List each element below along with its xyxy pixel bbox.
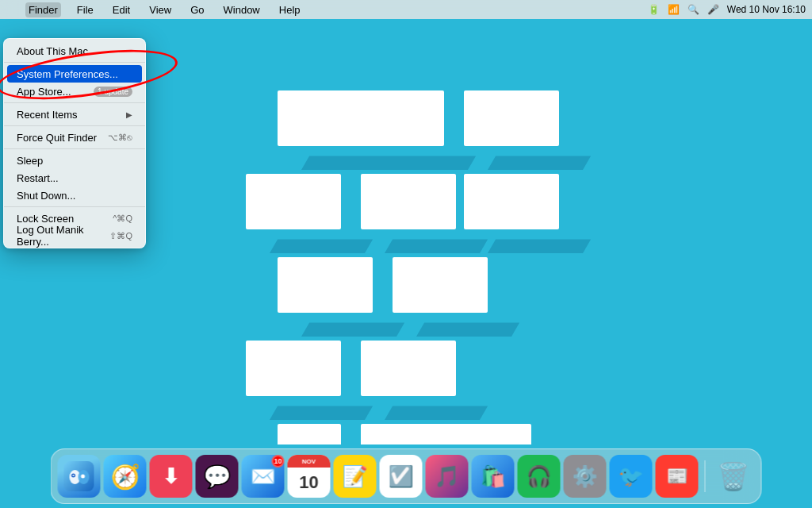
recent-items[interactable]: Recent Items ▶ <box>4 106 145 123</box>
siri-icon[interactable]: 🎤 <box>707 4 719 15</box>
about-this-mac[interactable]: About This Mac <box>4 42 145 60</box>
svg-point-4 <box>73 475 75 476</box>
log-out-shortcut: ⇧⌘Q <box>109 231 132 241</box>
dock-appstore[interactable]: 🛍️ <box>472 455 515 498</box>
lock-screen-shortcut: ^⌘Q <box>113 214 132 224</box>
menu-separator-5 <box>4 206 145 207</box>
mail-badge: 10 <box>272 455 285 468</box>
force-quit-finder[interactable]: Force Quit Finder ⌥⌘⎋ <box>4 129 145 146</box>
dock-safari[interactable]: 🧭 <box>104 455 147 498</box>
dock-finder[interactable] <box>58 455 101 498</box>
menu-separator-1 <box>4 62 145 63</box>
dock-calendar[interactable]: NOV 10 <box>288 455 331 498</box>
shut-down[interactable]: Shut Down... <box>4 187 145 204</box>
menubar-left: Finder File Edit View Go Window Help <box>6 2 304 17</box>
dock-mail[interactable]: ✉️ 10 <box>242 455 285 498</box>
dock-twitter[interactable]: 🐦 <box>610 455 653 498</box>
menubar: Finder File Edit View Go Window Help 🔋 📶… <box>0 0 812 19</box>
menubar-edit[interactable]: Edit <box>109 2 133 17</box>
menubar-help[interactable]: Help <box>276 2 304 17</box>
wifi-icon[interactable]: 📶 <box>668 4 680 15</box>
menubar-finder[interactable]: Finder <box>25 2 61 17</box>
log-out[interactable]: Log Out Manik Berry... ⇧⌘Q <box>4 227 145 244</box>
menu-separator-4 <box>4 148 145 149</box>
menu-separator-2 <box>4 102 145 103</box>
menubar-view[interactable]: View <box>146 2 174 17</box>
dock-pocket[interactable]: ⬇ <box>150 455 193 498</box>
battery-icon[interactable]: 🔋 <box>648 4 660 15</box>
dock: 🧭 ⬇ 💬 ✉️ 10 NOV 10 📝 ☑️ 🎵 🛍️ 🎧 ⚙ <box>51 448 762 504</box>
update-badge: 1 update <box>94 87 132 97</box>
dock-system-preferences[interactable]: ⚙️ <box>564 455 607 498</box>
dock-spotify[interactable]: 🎧 <box>518 455 561 498</box>
apple-menu-dropdown: About This Mac System Preferences... App… <box>3 38 146 248</box>
system-preferences[interactable]: System Preferences... <box>7 65 142 83</box>
dock-reminders[interactable]: ☑️ <box>380 455 423 498</box>
svg-point-5 <box>81 475 85 479</box>
menubar-window[interactable]: Window <box>220 2 263 17</box>
desktop: About This Mac System Preferences... App… <box>0 19 812 444</box>
clock: Wed 10 Nov 16:10 <box>727 4 806 15</box>
restart[interactable]: Restart... <box>4 169 145 187</box>
menubar-right: 🔋 📶 🔍 🎤 Wed 10 Nov 16:10 <box>648 4 806 15</box>
force-quit-shortcut: ⌥⌘⎋ <box>108 133 132 143</box>
blocks-illustration <box>246 83 579 444</box>
sleep[interactable]: Sleep <box>4 152 145 169</box>
dock-notes[interactable]: 📝 <box>334 455 377 498</box>
recent-items-arrow: ▶ <box>126 110 132 119</box>
menubar-file[interactable]: File <box>74 2 97 17</box>
app-store[interactable]: App Store... 1 update <box>4 83 145 100</box>
menubar-go[interactable]: Go <box>187 2 207 17</box>
dock-trash[interactable]: 🗑️ <box>712 455 755 498</box>
dock-separator <box>705 460 706 492</box>
apple-menu-trigger[interactable] <box>6 8 13 11</box>
dock-slack[interactable]: 💬 <box>196 455 239 498</box>
dock-music[interactable]: 🎵 <box>426 455 469 498</box>
search-icon[interactable]: 🔍 <box>688 4 699 15</box>
dock-news[interactable]: 📰 <box>656 455 699 498</box>
menu-separator-3 <box>4 125 145 126</box>
